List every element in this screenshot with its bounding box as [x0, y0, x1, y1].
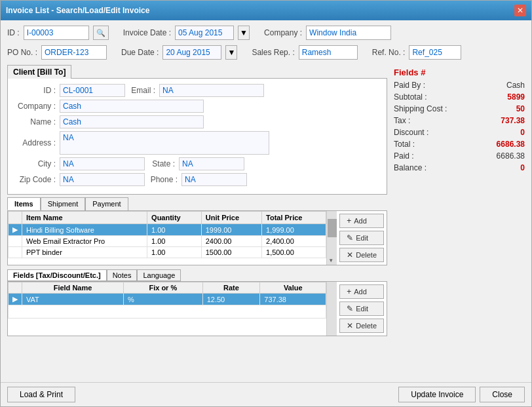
paid-label: Paid : — [394, 151, 414, 161]
items-col-total: Total Price — [262, 212, 326, 224]
items-add-button[interactable]: + Add — [339, 214, 384, 228]
update-invoice-button[interactable]: Update Invoice — [398, 387, 476, 402]
fields-scrollbar[interactable] — [326, 282, 337, 336]
id-label: ID : — [7, 28, 20, 37]
fields-delete-button[interactable]: ✕ Delete — [339, 319, 384, 333]
company-label: Company : — [264, 28, 302, 37]
due-date-input[interactable] — [162, 45, 221, 60]
table-row[interactable]: PPT binder 1.00 1500.00 1,500.00 — [9, 247, 326, 258]
tab-fields[interactable]: Fields [Tax/Discount/Etc.] — [7, 269, 107, 281]
fields-edit-button[interactable]: ✎ Edit — [339, 301, 384, 316]
client-address-input[interactable]: NA — [60, 131, 269, 155]
invoice-date-label: Invoice Date : — [123, 28, 171, 37]
client-zip-row: Zip Code : Phone : — [13, 173, 381, 186]
client-zip-input[interactable] — [60, 173, 145, 186]
fields-table: Field Name Fix or % Rate Value ▶ — [8, 282, 326, 319]
client-tab-header: Client [Bill To] — [7, 65, 387, 78]
tab-notes[interactable]: Notes — [107, 269, 138, 281]
client-state-input[interactable] — [179, 157, 244, 170]
close-window-button[interactable]: ✕ — [514, 5, 526, 16]
row-total: 1,500.00 — [262, 247, 326, 258]
items-delete-button[interactable]: ✕ Delete — [339, 248, 384, 262]
fields-summary: Fields # Paid By : Cash Subtotal : 5899 … — [394, 65, 525, 177]
invoice-date-dropdown[interactable]: ▼ — [238, 26, 250, 40]
fields-col-rate: Rate — [202, 282, 260, 294]
search-button[interactable]: 🔍 — [93, 26, 109, 40]
paid-by-row: Paid By : Cash — [394, 80, 525, 90]
client-state-label: State : — [149, 159, 175, 168]
dropdown-icon: ▼ — [240, 28, 248, 37]
items-table: Item Name Quantity Unit Price Total Pric… — [8, 211, 326, 258]
items-col-unit: Unit Price — [201, 212, 261, 224]
client-phone-input[interactable] — [181, 173, 247, 186]
search-icon: 🔍 — [96, 29, 105, 37]
client-zip-label: Zip Code : — [13, 175, 56, 184]
items-tab-bar: Items Shipment Payment — [7, 197, 387, 210]
items-col-qty: Quantity — [147, 212, 202, 224]
row-value: 737.38 — [260, 294, 326, 305]
sales-rep-input[interactable] — [299, 45, 358, 60]
plus-icon: + — [347, 216, 351, 225]
row-item-name: PPT binder — [22, 247, 147, 258]
tab-language[interactable]: Language — [137, 269, 181, 281]
header-row-1: ID : 🔍 Invoice Date : ▼ Company : — [7, 26, 525, 40]
close-button[interactable]: Close — [480, 387, 525, 402]
row-field-name: VAT — [22, 294, 124, 305]
lower-tabs-bar: Fields [Tax/Discount/Etc.] Notes Languag… — [7, 269, 387, 281]
tab-items[interactable]: Items — [7, 197, 41, 210]
client-city-input[interactable] — [60, 157, 145, 170]
row-total: 1,999.00 — [262, 224, 326, 236]
client-name-label: Name : — [13, 117, 56, 126]
tab-payment[interactable]: Payment — [85, 197, 128, 210]
items-tabs-area: Items Shipment Payment I — [7, 197, 387, 265]
balance-label: Balance : — [394, 163, 427, 172]
fields-col-fix: Fix or % — [124, 282, 203, 294]
window-title: Invoice List - Search/Load/Edit Invoice — [6, 6, 149, 15]
client-company-label: Company : — [13, 102, 56, 111]
table-row[interactable]: ▶ VAT % 12.50 737.38 — [9, 294, 326, 305]
delete-icon-2: ✕ — [347, 321, 353, 330]
right-panel: Fields # Paid By : Cash Subtotal : 5899 … — [394, 65, 525, 377]
tax-value: 737.38 — [501, 116, 525, 125]
fields-col-name: Field Name — [22, 282, 124, 294]
client-email-input[interactable] — [159, 84, 264, 97]
total-row: Total : 6686.38 — [394, 139, 525, 149]
row-arrow: ▶ — [9, 224, 22, 236]
fields-col-arrow — [9, 282, 22, 294]
po-input[interactable] — [41, 45, 107, 60]
client-company-input[interactable] — [60, 100, 204, 113]
items-side-buttons: + Add ✎ Edit ✕ Delete — [337, 211, 387, 265]
client-bill-to-tab[interactable]: Client [Bill To] — [7, 65, 71, 79]
items-header-row: Item Name Quantity Unit Price Total Pric… — [9, 212, 326, 224]
po-label: PO No. : — [7, 48, 37, 57]
table-row[interactable]: Web Email Extractor Pro 1.00 2400.00 2,4… — [9, 236, 326, 247]
ref-input[interactable] — [409, 45, 461, 60]
items-edit-button[interactable]: ✎ Edit — [339, 231, 384, 245]
items-scrollbar[interactable]: ▼ — [326, 211, 337, 265]
id-input[interactable] — [24, 26, 89, 40]
row-total: 2,400.00 — [262, 236, 326, 247]
items-col-arrow — [9, 212, 22, 224]
header-row-2: PO No. : Due Date : ▼ Sales Rep. : Ref. … — [7, 45, 525, 60]
tab-shipment[interactable]: Shipment — [41, 197, 85, 210]
fields-add-button[interactable]: + Add — [339, 284, 384, 299]
edit-icon: ✎ — [347, 233, 353, 242]
load-print-button[interactable]: Load & Print — [7, 387, 75, 402]
paid-value: 6686.38 — [497, 151, 525, 161]
company-input[interactable] — [306, 26, 391, 40]
content-area: ID : 🔍 Invoice Date : ▼ Company : PO No.… — [1, 20, 531, 382]
due-date-label: Due Date : — [121, 48, 159, 57]
row-fix-pct: % — [124, 294, 203, 305]
items-with-scroll: Item Name Quantity Unit Price Total Pric… — [8, 211, 387, 265]
balance-row: Balance : 0 — [394, 163, 525, 173]
client-id-row: ID : Email : — [13, 84, 381, 97]
client-id-input[interactable] — [60, 84, 125, 97]
client-name-input[interactable] — [60, 115, 204, 128]
row-unit: 1999.00 — [201, 224, 261, 236]
discount-value: 0 — [520, 128, 525, 137]
plus-icon-2: + — [347, 287, 351, 296]
invoice-date-input[interactable] — [175, 26, 234, 40]
due-date-dropdown[interactable]: ▼ — [225, 45, 237, 60]
table-row[interactable]: ▶ Hindi Billing Software 1.00 1999.00 1,… — [9, 224, 326, 236]
lower-tab-content: Field Name Fix or % Rate Value ▶ — [7, 281, 387, 336]
